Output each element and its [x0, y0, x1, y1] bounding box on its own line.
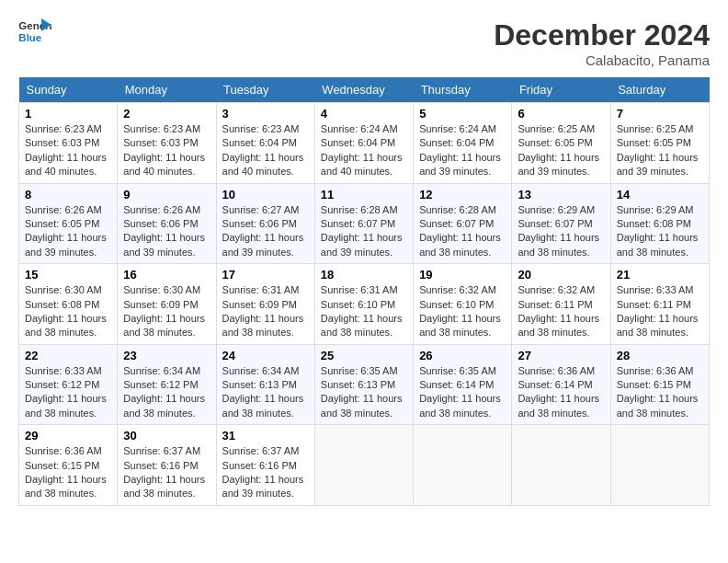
calendar-cell: 29 Sunrise: 6:36 AM Sunset: 6:15 PM Dayl…: [19, 425, 118, 506]
title-block: December 2024 Calabacito, Panama: [494, 18, 710, 68]
logo-icon: General Blue: [18, 18, 51, 46]
day-info: Sunrise: 6:26 AM Sunset: 6:05 PM Dayligh…: [25, 203, 111, 260]
day-number: 1: [25, 107, 111, 121]
calendar-week-3: 15 Sunrise: 6:30 AM Sunset: 6:08 PM Dayl…: [19, 264, 710, 345]
day-number: 6: [518, 107, 604, 121]
day-number: 11: [321, 188, 407, 201]
day-info: Sunrise: 6:33 AM Sunset: 6:12 PM Dayligh…: [25, 364, 111, 421]
calendar-cell: 3 Sunrise: 6:23 AM Sunset: 6:04 PM Dayli…: [216, 103, 314, 184]
calendar-cell: 8 Sunrise: 6:26 AM Sunset: 6:05 PM Dayli…: [19, 183, 118, 264]
day-number: 3: [222, 107, 309, 121]
column-header-friday: Friday: [512, 77, 610, 103]
day-number: 23: [123, 349, 210, 362]
calendar-cell: 17 Sunrise: 6:31 AM Sunset: 6:09 PM Dayl…: [216, 264, 314, 345]
day-info: Sunrise: 6:29 AM Sunset: 6:08 PM Dayligh…: [617, 203, 703, 260]
day-number: 19: [419, 268, 506, 282]
calendar-cell: [414, 425, 512, 506]
calendar-cell: 16 Sunrise: 6:30 AM Sunset: 6:09 PM Dayl…: [118, 264, 216, 345]
day-number: 29: [25, 429, 111, 442]
day-number: 5: [419, 107, 506, 121]
calendar-cell: 25 Sunrise: 6:35 AM Sunset: 6:13 PM Dayl…: [314, 344, 413, 425]
day-number: 2: [123, 107, 210, 121]
day-info: Sunrise: 6:23 AM Sunset: 6:03 PM Dayligh…: [25, 122, 111, 179]
logo: General Blue: [18, 18, 51, 46]
page-header: General Blue December 2024 Calabacito, P…: [18, 18, 710, 68]
column-header-sunday: Sunday: [19, 77, 118, 103]
day-number: 21: [617, 268, 703, 282]
calendar-table: SundayMondayTuesdayWednesdayThursdayFrid…: [18, 77, 710, 506]
calendar-cell: 31 Sunrise: 6:37 AM Sunset: 6:16 PM Dayl…: [216, 425, 314, 506]
day-info: Sunrise: 6:30 AM Sunset: 6:08 PM Dayligh…: [25, 283, 111, 340]
day-number: 20: [518, 268, 604, 282]
day-number: 25: [321, 349, 407, 362]
day-number: 16: [123, 268, 210, 282]
day-info: Sunrise: 6:27 AM Sunset: 6:06 PM Dayligh…: [222, 203, 309, 260]
calendar-cell: 19 Sunrise: 6:32 AM Sunset: 6:10 PM Dayl…: [414, 264, 512, 345]
day-info: Sunrise: 6:31 AM Sunset: 6:09 PM Dayligh…: [222, 283, 309, 340]
location-subtitle: Calabacito, Panama: [494, 52, 710, 68]
day-number: 24: [222, 349, 309, 362]
day-info: Sunrise: 6:25 AM Sunset: 6:05 PM Dayligh…: [518, 122, 604, 179]
calendar-week-1: 1 Sunrise: 6:23 AM Sunset: 6:03 PM Dayli…: [19, 103, 710, 184]
calendar-cell: 23 Sunrise: 6:34 AM Sunset: 6:12 PM Dayl…: [118, 344, 216, 425]
calendar-week-4: 22 Sunrise: 6:33 AM Sunset: 6:12 PM Dayl…: [19, 344, 710, 425]
calendar-cell: 9 Sunrise: 6:26 AM Sunset: 6:06 PM Dayli…: [118, 183, 216, 264]
column-header-tuesday: Tuesday: [216, 77, 314, 103]
day-number: 22: [25, 349, 111, 362]
day-number: 13: [518, 188, 604, 201]
calendar-cell: 27 Sunrise: 6:36 AM Sunset: 6:14 PM Dayl…: [512, 344, 610, 425]
calendar-cell: [610, 425, 709, 506]
calendar-week-5: 29 Sunrise: 6:36 AM Sunset: 6:15 PM Dayl…: [19, 425, 710, 506]
day-number: 30: [123, 429, 210, 442]
day-number: 15: [25, 268, 111, 282]
day-number: 27: [518, 349, 604, 362]
calendar-cell: [314, 425, 413, 506]
calendar-cell: 20 Sunrise: 6:32 AM Sunset: 6:11 PM Dayl…: [512, 264, 610, 345]
day-info: Sunrise: 6:36 AM Sunset: 6:14 PM Dayligh…: [518, 364, 604, 421]
calendar-cell: 4 Sunrise: 6:24 AM Sunset: 6:04 PM Dayli…: [314, 103, 413, 184]
day-info: Sunrise: 6:28 AM Sunset: 6:07 PM Dayligh…: [419, 203, 506, 260]
day-number: 26: [419, 349, 506, 362]
day-info: Sunrise: 6:37 AM Sunset: 6:16 PM Dayligh…: [222, 444, 309, 501]
day-info: Sunrise: 6:35 AM Sunset: 6:13 PM Dayligh…: [321, 364, 407, 421]
day-info: Sunrise: 6:23 AM Sunset: 6:04 PM Dayligh…: [222, 122, 309, 179]
day-info: Sunrise: 6:37 AM Sunset: 6:16 PM Dayligh…: [123, 444, 210, 501]
column-header-monday: Monday: [118, 77, 216, 103]
calendar-cell: 11 Sunrise: 6:28 AM Sunset: 6:07 PM Dayl…: [314, 183, 413, 264]
calendar-cell: 24 Sunrise: 6:34 AM Sunset: 6:13 PM Dayl…: [216, 344, 314, 425]
day-info: Sunrise: 6:32 AM Sunset: 6:11 PM Dayligh…: [518, 283, 604, 340]
day-number: 18: [321, 268, 407, 282]
day-number: 9: [123, 188, 210, 201]
calendar-cell: 7 Sunrise: 6:25 AM Sunset: 6:05 PM Dayli…: [610, 103, 709, 184]
calendar-cell: 28 Sunrise: 6:36 AM Sunset: 6:15 PM Dayl…: [610, 344, 709, 425]
day-info: Sunrise: 6:33 AM Sunset: 6:11 PM Dayligh…: [617, 283, 703, 340]
day-info: Sunrise: 6:30 AM Sunset: 6:09 PM Dayligh…: [123, 283, 210, 340]
calendar-cell: 26 Sunrise: 6:35 AM Sunset: 6:14 PM Dayl…: [414, 344, 512, 425]
calendar-cell: 18 Sunrise: 6:31 AM Sunset: 6:10 PM Dayl…: [314, 264, 413, 345]
day-number: 8: [25, 188, 111, 201]
day-number: 14: [617, 188, 703, 201]
day-number: 10: [222, 188, 309, 201]
calendar-cell: 15 Sunrise: 6:30 AM Sunset: 6:08 PM Dayl…: [19, 264, 118, 345]
calendar-cell: 1 Sunrise: 6:23 AM Sunset: 6:03 PM Dayli…: [19, 103, 118, 184]
day-info: Sunrise: 6:35 AM Sunset: 6:14 PM Dayligh…: [419, 364, 506, 421]
calendar-cell: 13 Sunrise: 6:29 AM Sunset: 6:07 PM Dayl…: [512, 183, 610, 264]
day-info: Sunrise: 6:32 AM Sunset: 6:10 PM Dayligh…: [419, 283, 506, 340]
calendar-cell: 14 Sunrise: 6:29 AM Sunset: 6:08 PM Dayl…: [610, 183, 709, 264]
day-info: Sunrise: 6:36 AM Sunset: 6:15 PM Dayligh…: [617, 364, 703, 421]
day-info: Sunrise: 6:34 AM Sunset: 6:13 PM Dayligh…: [222, 364, 309, 421]
day-info: Sunrise: 6:24 AM Sunset: 6:04 PM Dayligh…: [419, 122, 506, 179]
day-info: Sunrise: 6:25 AM Sunset: 6:05 PM Dayligh…: [617, 122, 703, 179]
calendar-cell: 22 Sunrise: 6:33 AM Sunset: 6:12 PM Dayl…: [19, 344, 118, 425]
day-number: 4: [321, 107, 407, 121]
day-number: 28: [617, 349, 703, 362]
calendar-cell: 10 Sunrise: 6:27 AM Sunset: 6:06 PM Dayl…: [216, 183, 314, 264]
day-info: Sunrise: 6:29 AM Sunset: 6:07 PM Dayligh…: [518, 203, 604, 260]
month-title: December 2024: [494, 18, 710, 52]
day-number: 12: [419, 188, 506, 201]
day-info: Sunrise: 6:28 AM Sunset: 6:07 PM Dayligh…: [321, 203, 407, 260]
day-info: Sunrise: 6:23 AM Sunset: 6:03 PM Dayligh…: [123, 122, 210, 179]
day-number: 17: [222, 268, 309, 282]
day-info: Sunrise: 6:26 AM Sunset: 6:06 PM Dayligh…: [123, 203, 210, 260]
calendar-cell: 30 Sunrise: 6:37 AM Sunset: 6:16 PM Dayl…: [118, 425, 216, 506]
